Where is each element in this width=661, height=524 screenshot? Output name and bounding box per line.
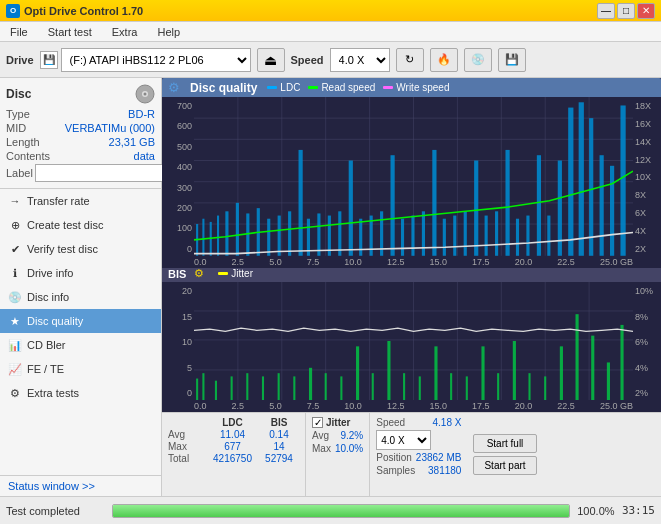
svg-rect-42 xyxy=(432,150,436,256)
nav-transfer-rate[interactable]: → Transfer rate xyxy=(0,189,161,213)
svg-rect-53 xyxy=(547,216,550,256)
status-window-button[interactable]: Status window >> xyxy=(0,475,161,496)
jitter-section: ✓ Jitter Avg 9.2% Max 10.0% xyxy=(306,413,369,496)
svg-rect-40 xyxy=(411,216,414,256)
menu-help[interactable]: Help xyxy=(151,24,186,40)
bottom-chart-y-labels-right: 10% 8% 6% 4% 2% xyxy=(633,282,661,400)
svg-rect-86 xyxy=(387,341,390,400)
top-chart-svg xyxy=(194,97,633,256)
jitter-avg-value: 9.2% xyxy=(340,430,363,441)
top-chart: 700 600 500 400 300 200 100 0 xyxy=(162,97,661,265)
svg-rect-48 xyxy=(495,211,498,255)
disc-contents-value: data xyxy=(134,150,155,162)
disc-length-value: 23,31 GB xyxy=(109,136,155,148)
svg-rect-74 xyxy=(202,373,204,400)
jitter-check-row: ✓ Jitter xyxy=(312,417,363,428)
chart-legend: LDC Read speed Write speed xyxy=(267,82,449,93)
total-ldc: 4216750 xyxy=(210,453,255,464)
stats-row: LDC BIS Avg 11.04 0.14 Max 677 14 Total … xyxy=(162,412,661,496)
legend-ldc-dot xyxy=(267,86,277,89)
close-button[interactable]: ✕ xyxy=(637,3,655,19)
legend-jitter-dot xyxy=(218,272,228,275)
nav-drive-info[interactable]: ℹ Drive info xyxy=(0,261,161,285)
svg-rect-92 xyxy=(481,346,484,400)
legend-read-speed: Read speed xyxy=(308,82,375,93)
status-window-label: Status window >> xyxy=(8,480,95,492)
jitter-max-row: Max 10.0% xyxy=(312,443,363,454)
app-title: Opti Drive Control 1.70 xyxy=(24,5,143,17)
nav-disc-info[interactable]: 💿 Disc info xyxy=(0,285,161,309)
disc-label-input[interactable] xyxy=(35,164,168,182)
menu-extra[interactable]: Extra xyxy=(106,24,144,40)
eject-button[interactable]: ⏏ xyxy=(257,48,285,72)
save-button[interactable]: 💾 xyxy=(498,48,526,72)
svg-rect-81 xyxy=(309,368,312,400)
total-label: Total xyxy=(168,453,206,464)
menu-start-test[interactable]: Start test xyxy=(42,24,98,40)
nav-verify-test-disc-label: Verify test disc xyxy=(27,243,98,255)
svg-rect-84 xyxy=(356,346,359,400)
progress-container xyxy=(112,504,570,518)
svg-rect-94 xyxy=(513,341,516,400)
nav-create-test-disc[interactable]: ⊕ Create test disc xyxy=(0,213,161,237)
svg-rect-19 xyxy=(202,219,204,256)
chart-header: ⚙ Disc quality LDC Read speed Write spee… xyxy=(162,78,661,97)
drive-icon: 💾 xyxy=(40,51,58,69)
top-chart-svg-container xyxy=(194,97,633,256)
title-bar-left: O Opti Drive Control 1.70 xyxy=(6,4,143,18)
menu-file[interactable]: File xyxy=(4,24,34,40)
svg-rect-98 xyxy=(576,314,579,400)
create-test-disc-icon: ⊕ xyxy=(8,218,22,232)
svg-rect-96 xyxy=(544,376,546,400)
speed-select[interactable]: 4.0 X xyxy=(330,48,390,72)
svg-rect-33 xyxy=(338,211,341,255)
jitter-checkbox[interactable]: ✓ xyxy=(312,417,323,428)
ldc-header: LDC xyxy=(210,417,255,428)
nav-cd-bler[interactable]: 📊 CD Bler xyxy=(0,333,161,357)
maximize-button[interactable]: □ xyxy=(617,3,635,19)
legend-jitter-label: Jitter xyxy=(231,268,253,279)
nav-verify-test-disc[interactable]: ✔ Verify test disc xyxy=(0,237,161,261)
disc-contents-label: Contents xyxy=(6,150,50,162)
drive-select[interactable]: (F:) ATAPI iHBS112 2 PL06 xyxy=(61,48,251,72)
svg-rect-50 xyxy=(516,219,519,256)
svg-rect-51 xyxy=(526,216,529,256)
nav-disc-quality[interactable]: ★ Disc quality xyxy=(0,309,161,333)
nav-extra-tests-label: Extra tests xyxy=(27,387,79,399)
refresh-button[interactable]: ↻ xyxy=(396,48,424,72)
nav-items: → Transfer rate ⊕ Create test disc ✔ Ver… xyxy=(0,189,161,475)
total-bis: 52794 xyxy=(259,453,299,464)
svg-rect-57 xyxy=(589,118,593,256)
disc-button[interactable]: 💿 xyxy=(464,48,492,72)
samples-label: Samples xyxy=(376,465,415,476)
svg-rect-78 xyxy=(262,376,264,400)
start-buttons: Start full Start part xyxy=(467,413,542,496)
start-full-button[interactable]: Start full xyxy=(473,434,536,453)
svg-rect-101 xyxy=(620,325,623,400)
samples-value: 381180 xyxy=(428,465,461,476)
nav-disc-quality-label: Disc quality xyxy=(27,315,83,327)
nav-extra-tests[interactable]: ⚙ Extra tests xyxy=(0,381,161,405)
bottom-chart-inner: 20 15 10 5 0 xyxy=(162,282,661,400)
burn-button[interactable]: 🔥 xyxy=(430,48,458,72)
svg-rect-75 xyxy=(215,381,217,400)
minimize-button[interactable]: — xyxy=(597,3,615,19)
nav-drive-info-label: Drive info xyxy=(27,267,73,279)
disc-info-panel: Disc Type BD-R MID VERBATIMu (000) Lengt… xyxy=(0,78,161,189)
jitter-max-value: 10.0% xyxy=(335,443,363,454)
svg-rect-29 xyxy=(299,150,303,256)
svg-rect-87 xyxy=(403,373,405,400)
svg-rect-56 xyxy=(579,102,584,255)
max-bis: 14 xyxy=(259,441,299,452)
nav-fe-te[interactable]: 📈 FE / TE xyxy=(0,357,161,381)
start-part-button[interactable]: Start part xyxy=(473,456,536,475)
title-controls: — □ ✕ xyxy=(597,3,655,19)
disc-contents-row: Contents data xyxy=(6,150,155,162)
disc-header-label: Disc xyxy=(6,87,31,101)
speed-select-stats[interactable]: 4.0 X xyxy=(376,430,431,450)
nav-cd-bler-label: CD Bler xyxy=(27,339,66,351)
disc-label-row: Label ⚙ xyxy=(6,164,155,182)
disc-mid-label: MID xyxy=(6,122,26,134)
disc-mid-row: MID VERBATIMu (000) xyxy=(6,122,155,134)
toolbar: Drive 💾 (F:) ATAPI iHBS112 2 PL06 ⏏ Spee… xyxy=(0,42,661,78)
